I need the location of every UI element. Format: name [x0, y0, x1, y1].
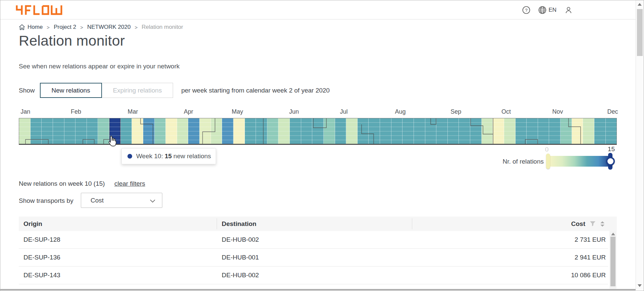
- scroll-up-arrow-icon[interactable]: [611, 233, 615, 235]
- heatmap-week-cell[interactable]: [436, 118, 448, 144]
- column-header-cost[interactable]: Cost: [571, 220, 605, 228]
- heatmap-week-cell[interactable]: [87, 118, 98, 144]
- heatmap-week-cell[interactable]: [19, 118, 31, 144]
- table-row[interactable]: DE-SUP-128DE-HUB-0022 731 EUR: [19, 231, 608, 249]
- heatmap-week-cell[interactable]: [549, 118, 560, 144]
- period-text: per week starting from calendar week 2 o…: [181, 87, 330, 94]
- heatmap-week-cell[interactable]: [132, 118, 143, 144]
- scroll-up-arrow-icon[interactable]: [638, 3, 642, 6]
- heatmap-week-cell[interactable]: [606, 118, 617, 144]
- month-label: Apr: [184, 108, 193, 115]
- heatmap-week-cell[interactable]: [594, 118, 606, 144]
- window-bottom-edge: [0, 289, 636, 290]
- heatmap-week-cell[interactable]: [425, 118, 437, 144]
- filter-funnel-icon[interactable]: [590, 221, 596, 227]
- month-label: Jan: [20, 108, 30, 115]
- heatmap-week-cell[interactable]: [166, 118, 177, 144]
- heatmap-week-cell[interactable]: [177, 118, 189, 144]
- language-switch[interactable]: EN: [538, 6, 556, 14]
- legend-range-handle-min[interactable]: [546, 154, 550, 169]
- scroll-down-arrow-icon[interactable]: [638, 284, 642, 287]
- heatmap-week-cell[interactable]: [504, 118, 516, 144]
- heatmap-week-cell[interactable]: [380, 118, 391, 144]
- heatmap-week-cell[interactable]: [278, 118, 290, 144]
- heatmap-week-cell[interactable]: [312, 118, 324, 144]
- heatmap-week-cell[interactable]: [256, 118, 267, 144]
- heatmap-week-cell[interactable]: [211, 118, 222, 144]
- new-relations-toggle[interactable]: New relations: [40, 83, 102, 98]
- svg-text:?: ?: [525, 7, 528, 12]
- heatmap-week-cell[interactable]: [301, 118, 313, 144]
- tooltip-week-label: Week 10:: [136, 153, 163, 160]
- heatmap-week-cell[interactable]: [538, 118, 549, 144]
- heatmap-week-cell[interactable]: [200, 118, 211, 144]
- heatmap-week-cell[interactable]: [572, 118, 583, 144]
- heatmap-week-cell[interactable]: [53, 118, 64, 144]
- cell-origin: DE-SUP-143: [23, 272, 60, 279]
- table-scrollbar[interactable]: [609, 231, 616, 289]
- heatmap-week-cell[interactable]: [391, 118, 403, 144]
- breadcrumb-network[interactable]: NETWORK 2020: [87, 24, 130, 31]
- cell-cost: 10 086 EUR: [571, 272, 606, 279]
- month-label: Mar: [128, 108, 138, 115]
- heatmap-week-cell[interactable]: [516, 118, 527, 144]
- heatmap-week-cell[interactable]: [459, 118, 470, 144]
- heatmap-week-cell[interactable]: [470, 118, 482, 144]
- heatmap-week-cell[interactable]: [402, 118, 414, 144]
- heatmap-week-cell[interactable]: [109, 118, 121, 144]
- breadcrumb-project[interactable]: Project 2: [54, 24, 76, 31]
- heatmap-week-cell[interactable]: [324, 118, 335, 144]
- heatmap-week-cell[interactable]: [245, 118, 256, 144]
- transport-metric-select[interactable]: Cost: [81, 193, 162, 208]
- legend-min-value: 0: [545, 146, 549, 153]
- clear-filters-link[interactable]: clear filters: [114, 180, 145, 187]
- breadcrumb-separator: >: [135, 24, 138, 30]
- legend-range-handle-max-knob[interactable]: [606, 157, 615, 166]
- heatmap-week-cell[interactable]: [143, 118, 155, 144]
- heatmap-week-cell[interactable]: [222, 118, 233, 144]
- table-body: DE-SUP-128DE-HUB-0022 731 EURDE-SUP-136D…: [19, 231, 617, 284]
- window-scrollbar[interactable]: [636, 0, 644, 290]
- window-scrollbar-thumb[interactable]: [637, 9, 643, 56]
- heatmap-week-cell[interactable]: [583, 118, 594, 144]
- month-label: Nov: [552, 108, 563, 115]
- sort-icon[interactable]: [600, 221, 605, 227]
- heatmap-week-cell[interactable]: [233, 118, 245, 144]
- chevron-down-icon: [150, 199, 155, 202]
- heatmap-week-cell[interactable]: [448, 118, 459, 144]
- expiring-relations-toggle[interactable]: Expiring relations: [102, 83, 173, 98]
- heatmap-week-cell[interactable]: [42, 118, 53, 144]
- month-label: May: [232, 108, 243, 115]
- table-scrollbar-thumb[interactable]: [610, 237, 615, 286]
- heatmap-week-cell[interactable]: [358, 118, 369, 144]
- heatmap-week-cell[interactable]: [290, 118, 301, 144]
- heatmap-week-cell[interactable]: [346, 118, 358, 144]
- relations-table: Origin Destination Cost DE-SUP-128DE-HUB…: [19, 217, 617, 284]
- user-profile-icon[interactable]: [565, 6, 573, 14]
- heatmap-week-cell[interactable]: [560, 118, 572, 144]
- heatmap-week-cell[interactable]: [369, 118, 380, 144]
- heatmap-week-cell[interactable]: [155, 118, 166, 144]
- heatmap-week-cell[interactable]: [482, 118, 493, 144]
- home-icon: [19, 24, 25, 30]
- heatmap-week-cell[interactable]: [31, 118, 42, 144]
- heatmap-week-cell[interactable]: [493, 118, 504, 144]
- heatmap-week-cell[interactable]: [121, 118, 132, 144]
- heatmap-week-cell[interactable]: [188, 118, 200, 144]
- heatmap-week-cell[interactable]: [98, 118, 109, 144]
- table-row[interactable]: DE-SUP-143DE-HUB-00210 086 EUR: [19, 267, 608, 284]
- heatmap-week-cell[interactable]: [75, 118, 87, 144]
- breadcrumb-home[interactable]: Home: [19, 24, 43, 31]
- heatmap-week-cell[interactable]: [335, 118, 346, 144]
- heatmap-week-cell[interactable]: [64, 118, 76, 144]
- 4flow-logo[interactable]: [15, 5, 62, 16]
- heatmap-week-cell[interactable]: [527, 118, 538, 144]
- heatmap-week-cell[interactable]: [267, 118, 279, 144]
- help-icon[interactable]: ?: [522, 6, 530, 14]
- cell-cost: 2 731 EUR: [575, 236, 606, 243]
- table-header-row: Origin Destination Cost: [19, 217, 617, 231]
- heatmap-week-cell[interactable]: [414, 118, 425, 144]
- month-label: Aug: [395, 108, 406, 115]
- table-row[interactable]: DE-SUP-136DE-HUB-0012 941 EUR: [19, 249, 608, 267]
- tooltip-value: 15: [165, 153, 172, 160]
